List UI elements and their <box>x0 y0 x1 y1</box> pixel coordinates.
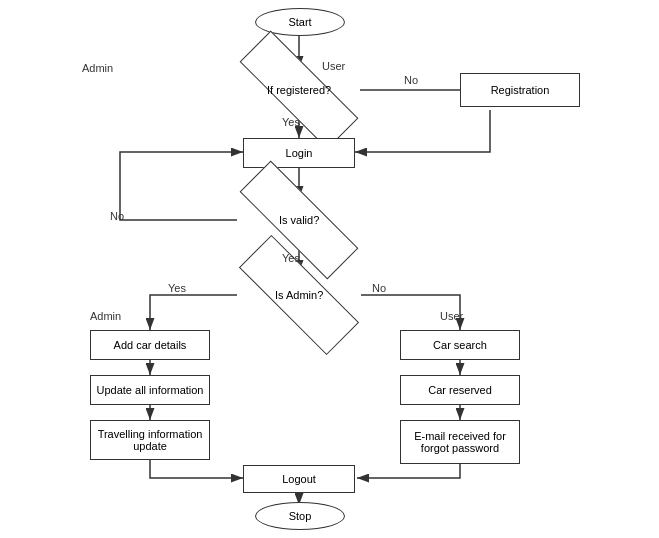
if-registered-label: If registered? <box>267 84 331 96</box>
is-valid-label: Is valid? <box>279 214 319 226</box>
travel-info-label: Travelling information update <box>91 428 209 452</box>
is-admin-label: Is Admin? <box>275 289 323 301</box>
stop-label: Stop <box>289 510 312 522</box>
yes-isvalid-label: Yes <box>282 252 300 264</box>
travel-info-shape: Travelling information update <box>90 420 210 460</box>
update-info-label: Update all information <box>96 384 203 396</box>
car-search-label: Car search <box>433 339 487 351</box>
if-registered-shape: If registered? <box>240 31 359 150</box>
yes-login-label: Yes <box>282 116 300 128</box>
no-admin-label: No <box>372 282 386 294</box>
add-car-label: Add car details <box>114 339 187 351</box>
yes-admin-label: Yes <box>168 282 186 294</box>
email-forgot-shape: E-mail received for forgot password <box>400 420 520 464</box>
start-label: Start <box>288 16 311 28</box>
car-search-shape: Car search <box>400 330 520 360</box>
login-shape: Login <box>243 138 355 168</box>
update-info-shape: Update all information <box>90 375 210 405</box>
stop-shape: Stop <box>255 502 345 530</box>
user-branch-label: User <box>440 310 463 322</box>
car-reserved-label: Car reserved <box>428 384 492 396</box>
no-registration-label: No <box>404 74 418 86</box>
user-right-label: User <box>322 60 345 72</box>
car-reserved-shape: Car reserved <box>400 375 520 405</box>
flowchart-diagram: Start If registered? Registration Login … <box>0 0 659 538</box>
email-forgot-label: E-mail received for forgot password <box>401 430 519 454</box>
admin-left-label: Admin <box>82 62 113 74</box>
admin-branch-label: Admin <box>90 310 121 322</box>
logout-shape: Logout <box>243 465 355 493</box>
logout-label: Logout <box>282 473 316 485</box>
no-back-label: No <box>110 210 124 222</box>
add-car-shape: Add car details <box>90 330 210 360</box>
login-label: Login <box>286 147 313 159</box>
registration-label: Registration <box>491 84 550 96</box>
registration-shape: Registration <box>460 73 580 107</box>
